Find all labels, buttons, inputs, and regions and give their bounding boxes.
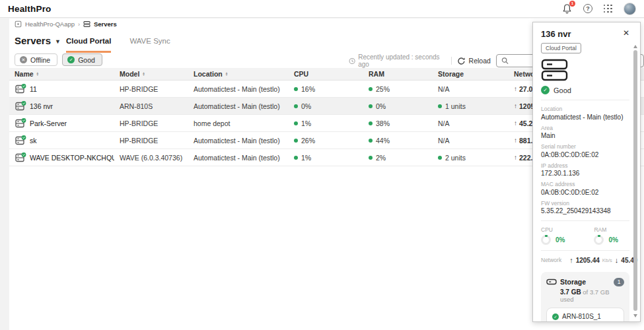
ram-cell: 2% (363, 154, 433, 162)
field-fw-version: FW version5.35.22_250429143348 (541, 200, 629, 216)
filter-offline[interactable]: ✕ Offline (15, 53, 57, 66)
servers-icon (83, 20, 90, 28)
filter-good[interactable]: ✓ Good (62, 53, 102, 66)
panel-title: 136 nvr (541, 29, 571, 39)
status-dot (369, 104, 373, 108)
clock-icon (349, 57, 355, 65)
page-title-dropdown[interactable]: Servers ▼ (15, 35, 61, 46)
last-updated: Recently updated : seconds ago (349, 53, 446, 68)
filter-offline-label: Offline (30, 56, 50, 64)
storage-usage-summary: 3.7 GB of 3.7 GB used (560, 288, 624, 303)
storage-section: Storage 1 3.7 GB of 3.7 GB used ✓ ARN-81… (541, 272, 629, 322)
breadcrumb-app[interactable]: HealthPro-QAapp (25, 20, 75, 28)
cpu-cell: 0% (289, 102, 363, 110)
server-status-icon (15, 152, 26, 163)
status-dot (369, 139, 373, 143)
good-status-icon: ✓ (541, 86, 550, 94)
upload-arrow-icon: ↑ (514, 102, 517, 110)
divider (541, 100, 629, 100)
cpu-cell: 1% (289, 154, 363, 162)
upload-arrow-icon: ↑ (569, 256, 573, 264)
server-model: HP-BRIDGE (114, 85, 188, 93)
server-model: HP-BRIDGE (114, 119, 188, 127)
status-dot (438, 156, 442, 160)
status-filters: ✕ Offline ✓ Good (15, 53, 102, 66)
ram-cell: 25% (363, 85, 433, 93)
panel-scrollbar[interactable] (633, 45, 639, 317)
notifications-button[interactable]: 1 (562, 3, 572, 14)
help-icon: ? (583, 4, 592, 13)
server-location: Automatictest - Main (testlo) (188, 102, 289, 110)
download-arrow-icon: ↓ (615, 256, 619, 264)
storage-count-badge: 1 (614, 278, 624, 286)
col-ram: RAM (363, 70, 433, 78)
sort-icon[interactable]: ▲▼ (142, 72, 145, 77)
col-model[interactable]: Model▲▼ (114, 70, 188, 78)
gauge-ring-icon (594, 235, 604, 245)
ram-cell: 38% (363, 119, 433, 127)
col-storage: Storage (433, 70, 509, 78)
server-status-icon (15, 101, 26, 112)
tab-wave-sync[interactable]: WAVE Sync (129, 37, 170, 53)
filter-good-label: Good (78, 56, 95, 64)
col-cpu: CPU (289, 70, 363, 78)
storage-cell: N/A (433, 85, 509, 93)
divider (451, 57, 452, 65)
panel-network-row: Network ↑ 1205.44 Kb/s ↓ 45.40 Kb/s (541, 256, 629, 264)
field-location: LocationAutomatictest - Main (testlo) (541, 106, 629, 121)
topbar-actions: 1 ? (562, 3, 636, 15)
server-status-icon (15, 135, 26, 146)
tab-cloud-portal[interactable]: Cloud Portal (66, 37, 111, 53)
help-button[interactable]: ? (583, 4, 592, 13)
notification-badge: 1 (569, 1, 575, 7)
chevron-right-icon: › (78, 21, 80, 28)
scroll-down-icon[interactable] (633, 314, 637, 317)
last-updated-text: Recently updated : seconds ago (358, 53, 445, 68)
page-title: Servers (15, 35, 51, 46)
server-icon (541, 59, 569, 81)
col-location[interactable]: Location▲▼ (188, 70, 289, 78)
server-model: ARN-810S (114, 102, 188, 110)
app-window: HealthPro 1 ? (0, 0, 644, 330)
divider (541, 220, 629, 221)
col-name[interactable]: Name▲▼ (9, 70, 114, 78)
server-name: 11 (30, 85, 37, 93)
status-dot (294, 121, 298, 125)
search-icon (501, 57, 509, 65)
cpu-cell: 26% (289, 137, 363, 145)
server-location: Automatictest - Main (testlo) (188, 154, 289, 162)
upload-arrow-icon: ↑ (514, 119, 517, 127)
field-mac-address: MAC address0A:0B:0C:0D:0E:02 (541, 181, 629, 197)
storage-drive-card[interactable]: ✓ ARN-810S_1 100% 3.7 GB / 3.7 GB (546, 308, 624, 322)
server-name: 136 nvr (30, 102, 53, 110)
sort-icon[interactable]: ▲▼ (36, 72, 40, 77)
apps-button[interactable] (604, 5, 612, 13)
offline-icon: ✕ (20, 56, 27, 63)
reload-button[interactable]: Reload (457, 57, 491, 65)
good-icon: ✓ (67, 56, 75, 63)
divider (541, 250, 629, 251)
close-icon[interactable]: ✕ (623, 29, 629, 37)
cpu-gauge: CPU 0% (541, 226, 565, 245)
field-serial-number: Serial number0A:0B:0C:0D:0E:02 (541, 143, 629, 159)
status-badge: Good (554, 86, 571, 94)
upload-arrow-icon: ↑ (514, 137, 517, 144)
scroll-up-icon[interactable] (633, 45, 637, 48)
field-area: AreaMain (541, 125, 629, 141)
drive-status-icon: ✓ (552, 314, 559, 320)
status-dot (294, 87, 298, 91)
status-dot (369, 87, 373, 91)
brand-logo: HealthPro (8, 4, 52, 14)
status-dot (294, 139, 298, 143)
server-location: Automatictest - Main (testlo) (188, 137, 289, 145)
cpu-cell: 1% (289, 119, 363, 127)
status-dot (438, 104, 442, 108)
server-location: home depot (188, 119, 289, 127)
avatar[interactable] (624, 3, 636, 15)
app-icon (15, 20, 22, 28)
upload-arrow-icon: ↑ (514, 154, 517, 161)
drive-name: ARN-810S_1 (562, 313, 601, 320)
server-model: HP-BRIDGE (114, 137, 188, 145)
scrollbar-thumb[interactable] (633, 50, 637, 311)
sort-icon[interactable]: ▲▼ (225, 72, 229, 77)
